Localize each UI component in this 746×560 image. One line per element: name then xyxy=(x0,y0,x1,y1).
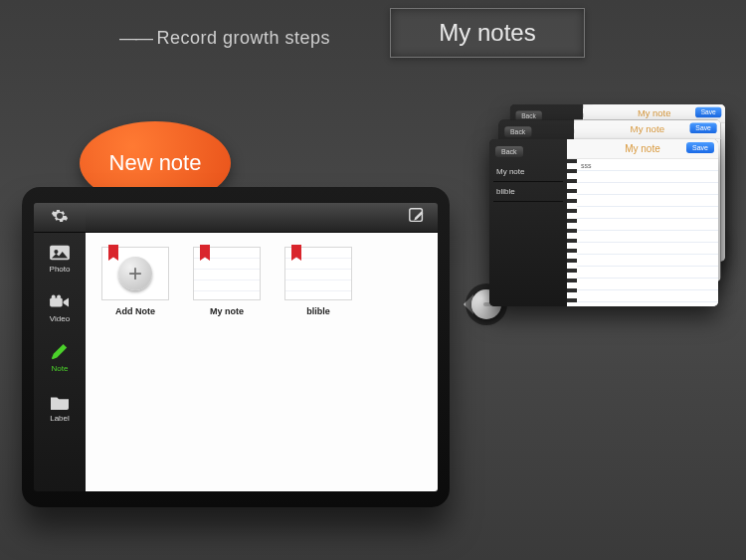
svg-point-4 xyxy=(57,294,61,298)
sidebar-item-video[interactable]: Video xyxy=(34,282,86,332)
detail-page: 15-01-31 14:33 My note Save sss xyxy=(567,139,718,306)
sidebar-item-label: Note xyxy=(52,364,69,373)
detail-title: My note xyxy=(631,123,665,134)
note-card[interactable]: My note xyxy=(193,247,261,316)
detail-body[interactable]: sss xyxy=(577,159,718,306)
note-label: Add Note xyxy=(115,306,155,316)
save-button[interactable]: Save xyxy=(690,122,717,133)
sidebar-item-label: Label xyxy=(50,414,70,423)
detail-body-text: sss xyxy=(581,162,592,169)
arrow-left-icon xyxy=(454,294,473,314)
dash-prefix: —— xyxy=(119,28,151,48)
callout-new-note-label: New note xyxy=(109,150,202,176)
add-note-card[interactable]: + Add Note xyxy=(101,247,169,316)
back-button[interactable]: Back xyxy=(495,146,523,157)
detail-titlebar: 15-01-31 14:33 My note Save xyxy=(567,139,718,159)
add-note-thumb: + xyxy=(101,247,169,300)
detail-title: My note xyxy=(638,108,670,118)
back-button[interactable]: Back xyxy=(504,126,531,137)
title-chip: My notes xyxy=(390,8,585,58)
folder-icon xyxy=(47,392,73,412)
note-label: blible xyxy=(306,306,330,316)
bookmark-icon xyxy=(200,245,210,261)
tablet-screen: Photo Video Note Label xyxy=(34,203,438,491)
svg-point-1 xyxy=(54,250,58,254)
header-tagline: —— Record growth steps xyxy=(119,28,330,49)
bookmark-icon xyxy=(291,245,301,261)
detail-title: My note xyxy=(625,143,660,154)
note-thumb xyxy=(193,247,261,300)
sidebar-item-photo[interactable]: Photo xyxy=(34,233,86,282)
title-chip-label: My notes xyxy=(439,19,535,47)
spiral-binding xyxy=(567,139,577,306)
list-item[interactable]: My note xyxy=(493,162,563,182)
pencil-icon xyxy=(47,342,73,362)
video-icon xyxy=(47,292,73,312)
notes-grid: + Add Note My note blible xyxy=(86,233,438,491)
tablet-device: Photo Video Note Label xyxy=(22,187,450,507)
list-item[interactable]: blible xyxy=(493,182,563,202)
sidebar: Photo Video Note Label xyxy=(34,203,86,491)
svg-rect-2 xyxy=(50,297,63,306)
sidebar-item-label[interactable]: Label xyxy=(34,382,86,432)
detail-card-front[interactable]: Back My note blible 15-01-31 14:33 My no… xyxy=(489,139,718,306)
tagline-text: Record growth steps xyxy=(157,28,331,48)
note-label: My note xyxy=(210,306,244,316)
sidebar-item-label: Video xyxy=(50,314,70,323)
sidebar-item-label: Photo xyxy=(50,265,71,274)
sidebar-item-note[interactable]: Note xyxy=(34,332,86,382)
detail-titlebar: My note Save xyxy=(574,120,720,139)
save-button[interactable]: Save xyxy=(695,107,721,117)
plus-icon: + xyxy=(118,257,152,290)
content-toolbar xyxy=(86,203,438,233)
detail-sidebar: Back My note blible xyxy=(489,139,567,306)
note-thumb xyxy=(284,247,352,300)
photo-icon xyxy=(47,243,73,263)
bookmark-icon xyxy=(108,245,118,261)
content-pane: + Add Note My note blible xyxy=(86,203,438,491)
note-card[interactable]: blible xyxy=(284,247,352,316)
gear-icon xyxy=(49,207,71,229)
svg-point-3 xyxy=(52,294,56,298)
detail-stack: Back 15-01-31 14:33 My note Save Back bl… xyxy=(489,99,732,312)
settings-button[interactable] xyxy=(34,203,86,233)
save-button[interactable]: Save xyxy=(686,142,714,153)
compose-icon[interactable] xyxy=(406,207,428,229)
